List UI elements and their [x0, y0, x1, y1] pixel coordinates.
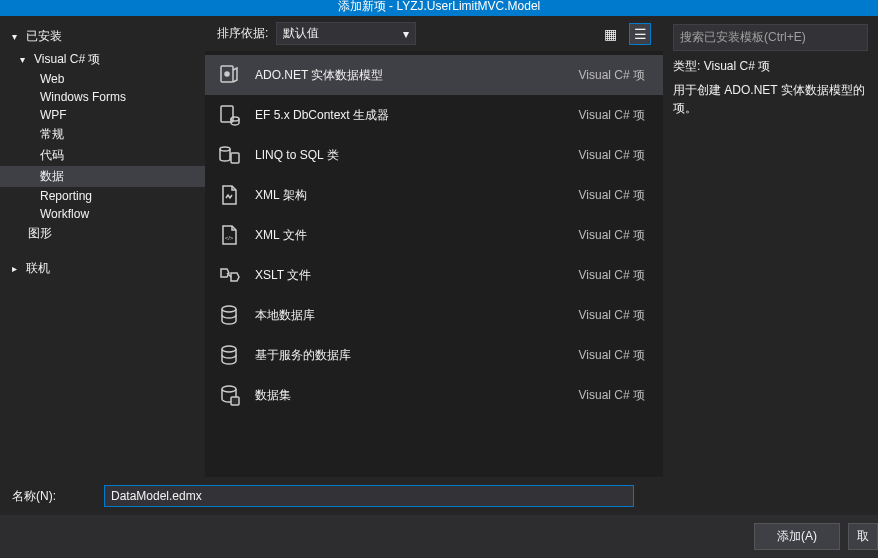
tree-item[interactable]: 数据	[0, 166, 205, 187]
tree-item[interactable]: WPF	[0, 106, 205, 124]
category-label: 图形	[28, 225, 52, 242]
template-language: Visual C# 项	[579, 307, 651, 324]
tree-item[interactable]: Workflow	[0, 205, 205, 223]
template-language: Visual C# 项	[579, 107, 651, 124]
tree-item[interactable]: Web	[0, 70, 205, 88]
chevron-down-icon: ▾	[403, 27, 409, 41]
type-value: Visual C# 项	[704, 59, 770, 73]
template-item[interactable]: XSLT 文件Visual C# 项	[205, 255, 663, 295]
template-item[interactable]: 数据集Visual C# 项	[205, 375, 663, 415]
name-input[interactable]	[104, 485, 634, 507]
sort-label: 排序依据:	[217, 25, 268, 42]
tree-item-label: Windows Forms	[40, 90, 126, 104]
type-label: 类型:	[673, 59, 700, 73]
svg-point-9	[222, 386, 236, 392]
window-title: 添加新项 - LYZJ.UserLimitMVC.Model	[338, 0, 540, 13]
tree-installed[interactable]: ▾ 已安装	[0, 24, 205, 49]
installed-label: 已安装	[26, 28, 62, 45]
template-language: Visual C# 项	[579, 387, 651, 404]
template-language: Visual C# 项	[579, 67, 651, 84]
svg-rect-10	[231, 397, 239, 405]
template-name: EF 5.x DbContext 生成器	[255, 107, 565, 124]
sort-dropdown[interactable]: 默认值 ▾	[276, 22, 416, 45]
chevron-down-icon: ▾	[20, 54, 30, 65]
template-name: ADO.NET 实体数据模型	[255, 67, 565, 84]
svg-text:</>: </>	[225, 235, 234, 241]
template-name: 数据集	[255, 387, 565, 404]
template-language: Visual C# 项	[579, 267, 651, 284]
category-tree: ▾ 已安装 ▾ Visual C# 项 WebWindows FormsWPF常…	[0, 16, 205, 477]
view-tiles-button[interactable]: ▦	[599, 23, 621, 45]
tree-item-label: 常规	[40, 126, 64, 143]
tree-item-label: Workflow	[40, 207, 89, 221]
online-label: 联机	[26, 260, 50, 277]
svg-point-8	[222, 346, 236, 352]
template-language: Visual C# 项	[579, 347, 651, 364]
tree-item-label: 数据	[40, 168, 64, 185]
details-panel: 搜索已安装模板(Ctrl+E) 类型: Visual C# 项 用于创建 ADO…	[663, 16, 878, 477]
sort-value: 默认值	[283, 25, 319, 42]
tree-item[interactable]: 常规	[0, 124, 205, 145]
tree-online[interactable]: ▸ 联机	[0, 256, 205, 281]
svg-point-4	[220, 147, 230, 151]
svg-point-7	[222, 306, 236, 312]
toolbar: 排序依据: 默认值 ▾ ▦ ☰	[205, 16, 663, 51]
entity-icon	[217, 63, 241, 87]
db-icon	[217, 343, 241, 367]
view-list-button[interactable]: ☰	[629, 23, 651, 45]
type-row: 类型: Visual C# 项	[673, 57, 868, 75]
template-name: XML 架构	[255, 187, 565, 204]
template-panel: 排序依据: 默认值 ▾ ▦ ☰ ADO.NET 实体数据模型Visual C# …	[205, 16, 663, 477]
xsd-icon	[217, 183, 241, 207]
template-item[interactable]: ADO.NET 实体数据模型Visual C# 项	[205, 55, 663, 95]
chevron-right-icon: ▸	[12, 263, 22, 274]
db-icon	[217, 303, 241, 327]
svg-rect-5	[231, 153, 239, 163]
template-language: Visual C# 项	[579, 147, 651, 164]
name-label: 名称(N):	[12, 488, 92, 505]
template-language: Visual C# 项	[579, 227, 651, 244]
grid-icon: ▦	[604, 26, 617, 42]
template-name: XSLT 文件	[255, 267, 565, 284]
tree-item-label: Reporting	[40, 189, 92, 203]
template-list: ADO.NET 实体数据模型Visual C# 项EF 5.x DbContex…	[205, 51, 663, 477]
description: 用于创建 ADO.NET 实体数据模型的项。	[673, 81, 868, 117]
name-row: 名称(N):	[0, 477, 878, 515]
list-icon: ☰	[634, 26, 647, 42]
template-item[interactable]: LINQ to SQL 类Visual C# 项	[205, 135, 663, 175]
template-name: 基于服务的数据库	[255, 347, 565, 364]
tree-item-label: Web	[40, 72, 64, 86]
dbcontext-icon	[217, 103, 241, 127]
search-placeholder: 搜索已安装模板(Ctrl+E)	[680, 30, 806, 44]
template-item[interactable]: 本地数据库Visual C# 项	[205, 295, 663, 335]
tree-item[interactable]: 代码	[0, 145, 205, 166]
tree-graphics[interactable]: 图形	[0, 223, 205, 244]
cancel-button[interactable]: 取	[848, 523, 878, 550]
template-name: XML 文件	[255, 227, 565, 244]
xslt-icon	[217, 263, 241, 287]
tree-item[interactable]: Reporting	[0, 187, 205, 205]
template-item[interactable]: EF 5.x DbContext 生成器Visual C# 项	[205, 95, 663, 135]
tree-item-label: WPF	[40, 108, 67, 122]
tree-item[interactable]: Windows Forms	[0, 88, 205, 106]
category-label: Visual C# 项	[34, 51, 100, 68]
search-input[interactable]: 搜索已安装模板(Ctrl+E)	[673, 24, 868, 51]
chevron-down-icon: ▾	[12, 31, 22, 42]
window-titlebar: 添加新项 - LYZJ.UserLimitMVC.Model	[0, 0, 878, 16]
dataset-icon	[217, 383, 241, 407]
template-name: 本地数据库	[255, 307, 565, 324]
tree-item-label: 代码	[40, 147, 64, 164]
button-bar: 添加(A) 取	[0, 515, 878, 558]
template-item[interactable]: </>XML 文件Visual C# 项	[205, 215, 663, 255]
template-item[interactable]: 基于服务的数据库Visual C# 项	[205, 335, 663, 375]
template-item[interactable]: XML 架构Visual C# 项	[205, 175, 663, 215]
template-name: LINQ to SQL 类	[255, 147, 565, 164]
tree-visual-csharp[interactable]: ▾ Visual C# 项	[0, 49, 205, 70]
svg-point-3	[231, 117, 239, 121]
linq-icon	[217, 143, 241, 167]
xml-icon: </>	[217, 223, 241, 247]
template-language: Visual C# 项	[579, 187, 651, 204]
svg-point-1	[225, 72, 229, 76]
add-button[interactable]: 添加(A)	[754, 523, 840, 550]
